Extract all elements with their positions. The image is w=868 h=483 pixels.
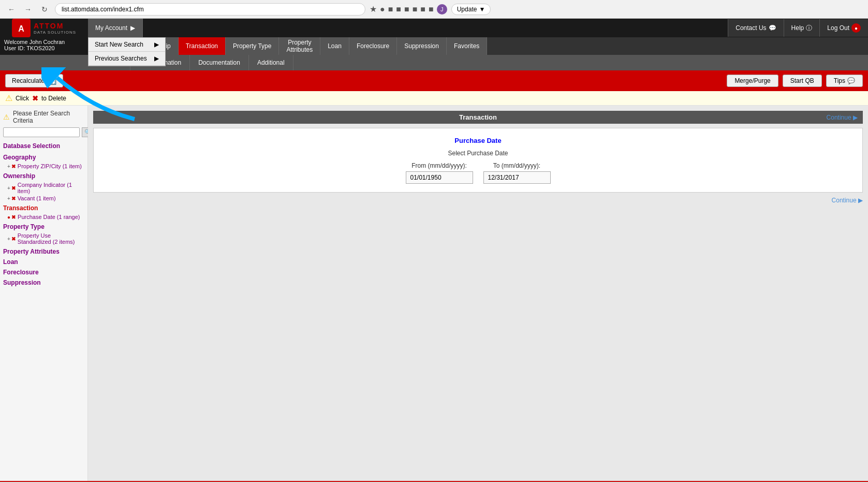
start-new-search-arrow: ▶: [154, 41, 159, 48]
user-welcome: Welcome John Cochran User ID: TKOS2020: [0, 37, 88, 53]
hint-bulb2: ⚠: [3, 113, 10, 121]
logo-sub-text: DATA SOLUTIONS: [34, 30, 76, 35]
from-date-field: From (mm/dd/yyyy):: [406, 162, 473, 184]
extension-icon5[interactable]: ■: [420, 5, 425, 14]
db-selection-link[interactable]: Database Selection: [3, 142, 84, 150]
update-button[interactable]: Update ▼: [451, 4, 491, 15]
sidebar-item-controls-2: + ✖: [7, 185, 16, 191]
user-id-text: User ID: TKOS2020: [4, 45, 84, 51]
user-avatar[interactable]: J: [437, 4, 447, 14]
delete-icon-1[interactable]: ✖: [11, 164, 16, 169]
delete-icon-4[interactable]: ✖: [11, 214, 16, 220]
delete-icon-2[interactable]: ✖: [11, 185, 16, 191]
extension-icon6[interactable]: ■: [429, 5, 434, 14]
subtab-additional[interactable]: Additional: [249, 55, 293, 70]
purchase-date-link[interactable]: Purchase Date (1 range): [18, 214, 80, 220]
hint-bulb-icon: ⚠: [5, 93, 12, 103]
refresh-button[interactable]: ↻: [38, 3, 51, 16]
previous-searches-item[interactable]: Previous Searches ▶: [89, 52, 165, 66]
browser-icons: ★ ● ■ ■ ■ ■ ■ ■ J: [370, 4, 447, 14]
tips-label: Tips: [834, 77, 845, 84]
sidebar-section-property-attributes[interactable]: Property Attributes: [3, 248, 84, 255]
tab-suppression[interactable]: Suppression: [397, 37, 447, 55]
continue-arrow-bottom: ▶: [858, 197, 863, 204]
previous-searches-label: Previous Searches: [95, 55, 147, 62]
svg-text:A: A: [18, 24, 24, 33]
continue-label-bottom: Continue: [832, 197, 857, 204]
star-icon[interactable]: ★: [370, 4, 377, 14]
expand-icon-5[interactable]: +: [7, 236, 10, 242]
sidebar-section-suppression[interactable]: Suppression: [3, 279, 84, 286]
property-use-link[interactable]: Property Use Standardized (2 items): [18, 232, 84, 245]
expand-icon-3[interactable]: +: [7, 196, 10, 201]
section-title: Transaction: [98, 113, 858, 121]
from-date-input[interactable]: [406, 171, 473, 184]
contact-us-label: Contact Us: [735, 24, 766, 32]
forward-button[interactable]: →: [22, 3, 34, 16]
sidebar-section-loan[interactable]: Loan: [3, 258, 84, 266]
merge-purge-button[interactable]: Merge/Purge: [727, 75, 778, 87]
sidebar-section-transaction[interactable]: Transaction: [3, 204, 84, 212]
extension-icon3[interactable]: ■: [404, 5, 409, 14]
hint-to-delete-text: to Delete: [41, 95, 66, 102]
recalculate-button[interactable]: Recalculate 🔄: [5, 74, 63, 87]
expand-icon-1[interactable]: +: [7, 164, 10, 169]
nav-tabs: Geography Ownership Transaction Property…: [88, 37, 868, 55]
tab-property-type[interactable]: Property Type: [226, 37, 279, 55]
delete-icon-3[interactable]: ✖: [11, 196, 16, 201]
subtab-documentation[interactable]: Documentation: [190, 55, 249, 70]
start-new-search-item[interactable]: Start New Search ▶: [89, 38, 165, 52]
extension-icon1[interactable]: ■: [388, 5, 393, 14]
to-date-input[interactable]: [483, 171, 551, 184]
tab-property-attributes[interactable]: PropertyAttributes: [279, 37, 320, 55]
my-account-dropdown[interactable]: My Account ▶ Start New Search ▶ Previous…: [88, 19, 143, 37]
logo-icon: A: [12, 19, 31, 37]
continue-link-top[interactable]: Continue ▶: [827, 114, 858, 121]
sidebar-search-input[interactable]: [3, 127, 80, 137]
active-dot-icon: ●: [7, 214, 10, 220]
property-zip-city-link[interactable]: Property ZIP/City (1 item): [18, 163, 82, 169]
sidebar: ⚠ Please Enter Search Criteria 🔍 Databas…: [0, 106, 88, 481]
search-criteria-hint: ⚠ Please Enter Search Criteria: [3, 110, 84, 124]
logout-label: Log Out: [827, 24, 849, 32]
help-button[interactable]: Help ⓘ: [784, 19, 820, 37]
tab-loan[interactable]: Loan: [320, 37, 349, 55]
sidebar-item-purchase-date: ● ✖ Purchase Date (1 range): [7, 214, 84, 220]
footer-bar: View Selections Save View Pricing Instan…: [0, 481, 868, 483]
chrome-icon: ●: [380, 5, 385, 14]
tab-foreclosure[interactable]: Foreclosure: [349, 37, 397, 55]
extension-icon4[interactable]: ■: [413, 5, 418, 14]
company-indicator-link[interactable]: Company Indicator (1 item): [18, 182, 84, 194]
sidebar-item-vacant: + ✖ Vacant (1 item): [7, 195, 84, 201]
address-bar[interactable]: [55, 3, 365, 16]
logout-button[interactable]: Log Out ●: [819, 19, 868, 37]
hint-delete-icon: ✖: [32, 94, 38, 103]
continue-link-bottom[interactable]: Continue ▶: [832, 197, 863, 204]
to-date-field: To (mm/dd/yyyy):: [483, 162, 551, 184]
back-button[interactable]: ←: [5, 3, 18, 16]
vacant-link[interactable]: Vacant (1 item): [18, 195, 56, 201]
extension-icon2[interactable]: ■: [396, 5, 401, 14]
sidebar-item-controls-4: ● ✖: [7, 214, 16, 220]
delete-icon-5[interactable]: ✖: [11, 236, 16, 242]
tips-button[interactable]: Tips 💬: [826, 75, 863, 87]
tab-favorites[interactable]: Favorites: [447, 37, 487, 55]
right-nav: Contact Us 💬 Help ⓘ Log Out ●: [728, 19, 868, 37]
sidebar-section-property-type[interactable]: Property Type: [3, 223, 84, 230]
help-label: Help: [791, 24, 804, 32]
welcome-text: Welcome John Cochran: [4, 39, 84, 45]
expand-icon-2[interactable]: +: [7, 185, 10, 191]
sidebar-item-company-indicator: + ✖ Company Indicator (1 item): [7, 182, 84, 194]
tab-transaction[interactable]: Transaction: [179, 37, 226, 55]
sidebar-section-geography[interactable]: Geography: [3, 154, 84, 161]
sidebar-section-foreclosure[interactable]: Foreclosure: [3, 269, 84, 276]
start-qb-button[interactable]: Start QB: [783, 75, 822, 87]
logo-attom-text: ATTOM: [34, 22, 76, 30]
update-label: Update: [457, 6, 477, 13]
contact-us-button[interactable]: Contact Us 💬: [728, 19, 783, 37]
from-date-label: From (mm/dd/yyyy):: [411, 162, 467, 169]
hint-click-text: Click: [16, 95, 29, 102]
help-icon: ⓘ: [806, 24, 812, 33]
sidebar-section-ownership[interactable]: Ownership: [3, 172, 84, 180]
previous-searches-arrow: ▶: [154, 55, 159, 62]
